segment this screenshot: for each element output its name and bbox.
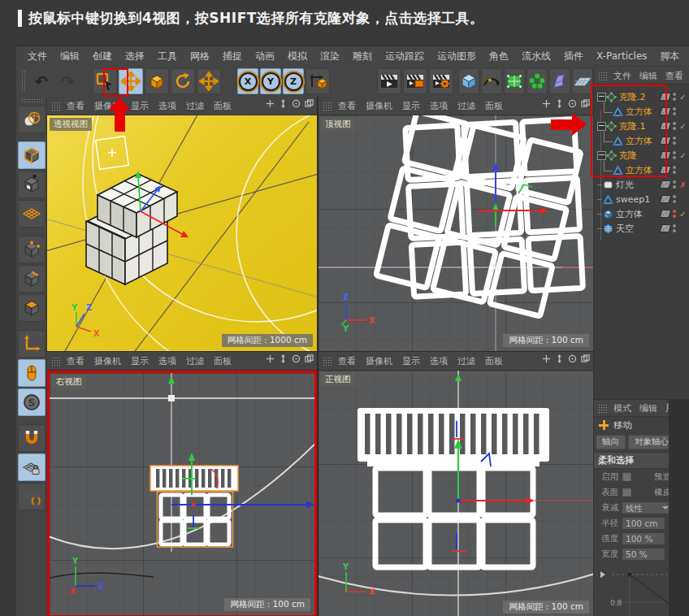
sidebar-handle[interactable] [21,98,42,104]
workplane-mode-button[interactable] [18,200,46,228]
undo-button[interactable]: ↶ [29,68,54,94]
pan-view-icon[interactable] [542,354,551,363]
panel-handle[interactable] [598,404,609,413]
menu-simulate[interactable]: 模拟 [281,50,314,63]
mograph-cloner-button[interactable] [526,68,548,94]
vp-menu-view[interactable]: 查看 [338,355,356,367]
polygons-mode-button[interactable] [18,294,46,322]
magnet-snap-button[interactable] [18,424,46,452]
vp-menu-panel[interactable]: 面板 [485,355,503,367]
menu-plugins[interactable]: 插件 [557,50,590,63]
redo-button[interactable]: ↷ [55,68,80,94]
strength-field[interactable]: 100 % [622,532,665,545]
vp-menu-panel[interactable]: 面板 [214,355,232,367]
menu-motion-tracker[interactable]: 运动跟踪 [379,50,431,63]
zoom-view-icon[interactable] [279,99,288,108]
edges-mode-button[interactable] [18,265,46,293]
zoom-view-icon[interactable] [555,99,564,108]
viewport-solo-button[interactable] [18,359,46,387]
tree-item-cube-3[interactable]: 立方体 ✓ [594,163,689,177]
rotate-view-icon[interactable] [292,354,301,363]
perspective-canvas[interactable]: Y Z X 透视视图 网格间距 : 1000 cm [47,115,317,351]
model-mode-button[interactable] [18,141,46,169]
render-settings-button[interactable] [429,68,453,94]
workplane-align-button[interactable] [18,483,46,510]
render-view-button[interactable] [377,68,401,94]
disabled-cross-icon[interactable]: ✗ [678,180,687,189]
visibility-dots[interactable] [673,93,676,101]
y-axis-lock-button[interactable]: Y [260,68,281,94]
om-menu-edit[interactable]: 编辑 [639,70,657,82]
menu-select[interactable]: 选择 [119,50,151,63]
viewport-handle[interactable] [51,357,62,366]
menu-edit[interactable]: 编辑 [54,50,86,63]
move-tool-button[interactable] [119,68,143,94]
menu-pipeline[interactable]: 流水线 [515,50,557,63]
enabled-check-icon[interactable]: ✓ [678,210,687,219]
vp-menu-options[interactable]: 选项 [430,355,448,367]
am-menu-edit[interactable]: 编辑 [639,402,657,414]
panel-handle[interactable] [598,72,609,80]
toggle-view-icon[interactable] [305,99,314,108]
menu-file[interactable]: 文件 [21,50,54,63]
snap-settings-button[interactable]: S [18,388,46,416]
menu-sculpt[interactable]: 雕刻 [346,50,379,63]
zoom-view-icon[interactable] [555,354,564,363]
vp-menu-view[interactable]: 查看 [67,355,84,367]
layer-patch[interactable] [659,180,671,189]
vp-menu-filter[interactable]: 过滤 [457,355,475,367]
vp-menu-options[interactable]: 选项 [158,100,176,112]
menu-mesh[interactable]: 网格 [184,50,216,63]
menu-window[interactable]: 窗口 [687,50,689,63]
layer-patch[interactable] [659,166,671,174]
tree-item-cube[interactable]: 立方体 ✓ [594,206,689,221]
curve-collapse-arrow[interactable] [600,571,605,578]
texture-mode-button[interactable] [18,171,46,198]
visibility-dots[interactable] [673,210,676,218]
collapse-icon[interactable] [597,93,606,102]
right-canvas[interactable]: Y Z X 右视图 网格间距 : 100 cm [47,371,317,616]
vp-menu-display[interactable]: 显示 [131,100,149,112]
deformer-button[interactable] [549,68,570,94]
enabled-check-icon[interactable]: ✓ [678,93,687,102]
menu-character[interactable]: 角色 [483,50,515,63]
tree-item-sky[interactable]: 天空 ✓ [594,221,689,236]
radius-field[interactable]: 100 cm [622,517,665,530]
primitive-cube-button[interactable] [458,68,479,94]
rotate-tool-button[interactable] [171,68,195,94]
visibility-dots[interactable] [673,224,676,232]
visibility-dots[interactable] [673,166,676,174]
viewport-handle[interactable] [51,102,62,111]
tab-axis[interactable]: 轴向 [596,435,626,449]
axis-mode-button[interactable] [18,330,46,358]
vp-menu-display[interactable]: 显示 [131,355,149,367]
tree-item-cube-2[interactable]: 立方体 ✓ [594,133,689,148]
pan-view-icon[interactable] [542,99,551,108]
width-field[interactable]: 50 % [622,548,665,561]
front-canvas[interactable]: Y X 正视图 网格间距 : 100 cm [318,371,593,616]
collapse-icon[interactable] [597,122,606,131]
am-menu-mode[interactable]: 模式 [613,402,631,414]
enabled-check-icon[interactable]: ✓ [678,122,687,131]
vp-menu-camera[interactable]: 摄像机 [366,100,392,112]
rotate-view-icon[interactable] [568,354,577,363]
vp-menu-filter[interactable]: 过滤 [186,355,204,367]
vp-menu-options[interactable]: 选项 [158,355,176,367]
menu-render[interactable]: 渲染 [314,50,346,63]
zoom-view-icon[interactable] [279,354,288,363]
visibility-dots[interactable] [673,180,676,189]
surface-checkbox[interactable] [622,487,632,497]
top-canvas[interactable]: Z X Y 顶视图 网格间距 : 100 cm [318,115,593,351]
layer-patch[interactable] [659,151,671,159]
toggle-view-icon[interactable] [305,354,314,363]
vp-menu-display[interactable]: 显示 [402,355,420,367]
rotate-view-icon[interactable] [568,99,577,108]
vp-menu-view[interactable]: 查看 [338,100,356,112]
menu-tools[interactable]: 工具 [151,50,184,63]
visibility-dots[interactable] [673,151,676,159]
tree-item-sweep1[interactable]: sweep1 ✓ [594,192,689,206]
vp-menu-camera[interactable]: 摄像机 [94,355,121,367]
layer-patch[interactable] [659,93,671,101]
vp-menu-camera[interactable]: 摄像机 [366,355,392,367]
x-axis-lock-button[interactable]: X [237,68,258,94]
